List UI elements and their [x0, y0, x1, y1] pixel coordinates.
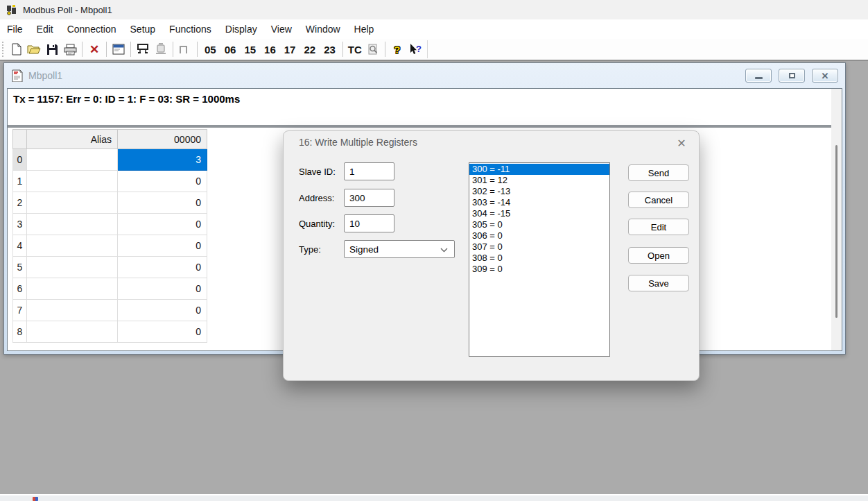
chevron-down-icon — [440, 248, 448, 253]
vertical-scrollbar[interactable] — [831, 89, 842, 350]
alias-cell-3[interactable] — [27, 214, 118, 235]
register-list-item[interactable]: 307 = 0 — [469, 241, 609, 253]
taskbar-app-icon[interactable] — [33, 497, 38, 501]
toolbar-separator — [130, 42, 131, 57]
row-header-0[interactable]: 0 — [13, 149, 27, 171]
alias-cell-1[interactable] — [27, 171, 118, 192]
register-list-item[interactable]: 305 = 0 — [469, 219, 609, 230]
value-cell-2[interactable]: 0 — [118, 192, 207, 214]
menu-item-functions[interactable]: Functions — [162, 19, 218, 39]
function-17-button[interactable]: 17 — [280, 40, 300, 58]
new-button[interactable] — [7, 40, 25, 58]
child-title-bar[interactable]: Mbpoll1 ✕ — [4, 63, 845, 88]
register-list-item[interactable]: 301 = 12 — [469, 175, 609, 186]
table-row: 1 0 — [13, 171, 207, 192]
slave-id-field[interactable] — [344, 162, 394, 180]
toolbar-gripper[interactable] — [2, 42, 4, 57]
value-cell-7[interactable]: 0 — [118, 300, 207, 321]
value-cell-5[interactable]: 0 — [118, 257, 207, 278]
pulse-icon — [179, 44, 191, 55]
alias-cell-8[interactable] — [27, 321, 118, 343]
toolbar-separator — [342, 42, 343, 57]
value-cell-0-selected[interactable]: 3 — [118, 149, 207, 171]
row-header-1[interactable]: 1 — [13, 171, 27, 192]
register-list[interactable]: 300 = -11 301 = 12 302 = -13 303 = -14 3… — [469, 162, 610, 357]
edit-button[interactable]: Edit — [628, 219, 689, 235]
menu-item-setup[interactable]: Setup — [123, 19, 163, 39]
menu-item-connection[interactable]: Connection — [60, 19, 123, 39]
table-row: 6 0 — [13, 278, 207, 300]
value-cell-4[interactable]: 0 — [118, 235, 207, 257]
cancel-button[interactable]: Cancel — [628, 192, 689, 208]
address-field[interactable] — [344, 189, 394, 207]
pulse-button[interactable] — [176, 40, 194, 58]
function-22-button[interactable]: 22 — [300, 40, 320, 58]
register-list-item[interactable]: 306 = 0 — [469, 230, 609, 241]
menu-item-file[interactable]: File — [0, 19, 30, 39]
open-button-dialog[interactable]: Open — [628, 247, 689, 264]
register-grid: Alias 00000 0 3 1 0 2 0 3 0 — [12, 129, 207, 343]
row-header-5[interactable]: 5 — [13, 257, 27, 278]
alias-cell-5[interactable] — [27, 257, 118, 278]
value-cell-3[interactable]: 0 — [118, 214, 207, 235]
row-header-2[interactable]: 2 — [13, 192, 27, 214]
alias-cell-6[interactable] — [27, 278, 118, 300]
station-button[interactable] — [152, 40, 170, 58]
definition-window-icon — [112, 44, 125, 55]
alias-cell-4[interactable] — [27, 235, 118, 257]
function-05-button[interactable]: 05 — [200, 40, 220, 58]
function-23-button[interactable]: 23 — [320, 40, 340, 58]
register-list-item[interactable]: 309 = 0 — [469, 264, 609, 275]
register-list-item[interactable]: 302 = -13 — [469, 186, 609, 197]
value-cell-8[interactable]: 0 — [118, 321, 207, 343]
quantity-field[interactable] — [344, 214, 394, 232]
type-select[interactable]: Signed — [344, 240, 455, 258]
send-button[interactable]: Send — [628, 164, 689, 181]
print-button[interactable] — [61, 40, 79, 58]
register-list-item[interactable]: 304 = -15 — [469, 208, 609, 219]
menu-item-window[interactable]: Window — [299, 19, 347, 39]
menu-item-display[interactable]: Display — [218, 19, 264, 39]
function-16-button[interactable]: 16 — [260, 40, 280, 58]
register-list-item[interactable]: 300 = -11 — [469, 164, 609, 175]
minimize-button[interactable] — [745, 69, 772, 83]
poll-button[interactable] — [134, 40, 152, 58]
alias-cell-7[interactable] — [27, 300, 118, 321]
menu-item-help[interactable]: Help — [347, 19, 381, 39]
register-list-item[interactable]: 303 = -14 — [469, 197, 609, 208]
test-center-button[interactable]: TC — [346, 40, 364, 58]
value-cell-1[interactable]: 0 — [118, 171, 207, 192]
open-button[interactable] — [25, 40, 43, 58]
close-button[interactable]: ✕ — [812, 69, 838, 83]
row-header-4[interactable]: 4 — [13, 235, 27, 257]
function-06-button[interactable]: 06 — [220, 40, 241, 58]
about-help-button[interactable]: ? — [388, 40, 406, 58]
read-write-definition-button[interactable] — [110, 40, 128, 58]
pane-splitter[interactable] — [8, 125, 842, 128]
dialog-close-button[interactable]: ✕ — [671, 134, 692, 152]
row-header-3[interactable]: 3 — [13, 214, 27, 235]
function-15-button[interactable]: 15 — [240, 40, 260, 58]
dialog-title: 16: Write Multiple Registers — [299, 137, 417, 148]
alias-column-header: Alias — [27, 130, 118, 149]
row-header-8[interactable]: 8 — [13, 321, 27, 343]
disconnect-button[interactable]: ✕ — [85, 40, 103, 58]
register-list-item[interactable]: 308 = 0 — [469, 253, 609, 264]
save-button[interactable] — [43, 40, 61, 58]
grid-corner-header — [13, 130, 27, 149]
menu-item-edit[interactable]: Edit — [30, 19, 60, 39]
scrollbar-thumb[interactable] — [835, 145, 837, 318]
alias-cell-0[interactable] — [27, 149, 118, 171]
alias-cell-2[interactable] — [27, 192, 118, 214]
toolbar-separator — [173, 42, 173, 57]
restore-button[interactable] — [779, 69, 805, 83]
communication-traffic-button[interactable] — [364, 40, 382, 58]
row-header-6[interactable]: 6 — [13, 278, 27, 300]
row-header-7[interactable]: 7 — [13, 300, 27, 321]
write-multiple-registers-dialog: 16: Write Multiple Registers ✕ Slave ID:… — [283, 130, 700, 381]
context-help-button[interactable]: ? — [406, 40, 424, 58]
value-cell-6[interactable]: 0 — [118, 278, 207, 300]
save-button-dialog[interactable]: Save — [628, 275, 689, 291]
menu-item-view[interactable]: View — [264, 19, 299, 39]
app-title-bar: Modbus Poll - Mbpoll1 — [0, 0, 868, 19]
